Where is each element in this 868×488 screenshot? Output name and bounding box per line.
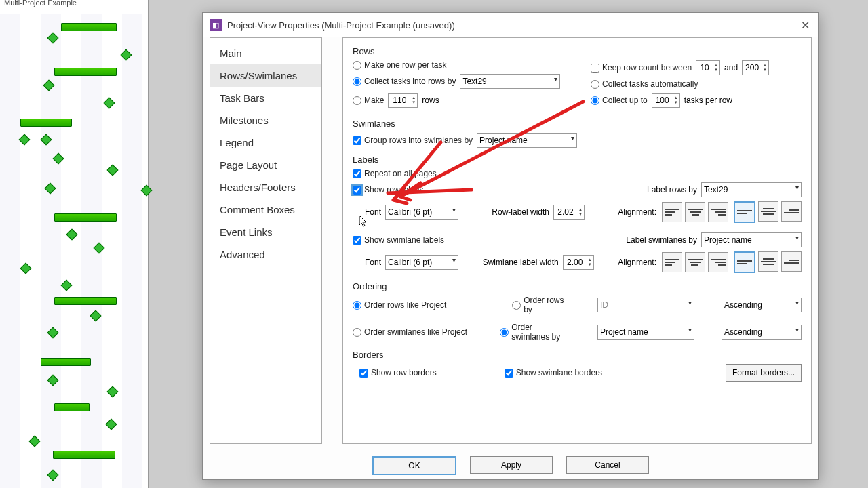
swimlane-by-combo[interactable] (477, 133, 577, 148)
keep-max-spinner[interactable]: ▲▼ (742, 60, 769, 75)
order-sw-by-combo[interactable] (597, 325, 694, 340)
titlebar: ◧ Project-View Properties (Multi-Project… (203, 13, 818, 37)
content-panel: Rows Make one row per task Collect tasks… (342, 37, 812, 444)
rows-title: Rows (353, 46, 802, 56)
borders-title: Borders (353, 350, 802, 360)
swimlanes-title: Swimlanes (353, 119, 802, 129)
apply-button[interactable]: Apply (470, 456, 553, 474)
app-icon: ◧ (210, 19, 222, 31)
radio-sw-by[interactable]: Order swimlanes by (500, 323, 570, 342)
chk-group-swimlanes[interactable]: Group rows into swimlanes by (353, 136, 473, 145)
sidebar-item-comment-boxes[interactable]: Comment Boxes (210, 199, 321, 221)
valign-mid[interactable] (758, 201, 778, 222)
sidebar-item-page-layout[interactable]: Page Layout (210, 154, 321, 176)
chk-row-borders[interactable]: Show row borders (359, 368, 437, 378)
sw-valign-mid[interactable] (758, 251, 778, 272)
label-sw-by-text: Label swimlanes by (626, 235, 697, 245)
sw-align-left[interactable] (662, 252, 682, 272)
row-font-combo[interactable] (385, 205, 458, 220)
align-center[interactable] (685, 202, 705, 222)
make-rows-spinner[interactable]: ▲▼ (388, 93, 418, 108)
bg-tab-title: Multi-Project Example (0, 0, 81, 8)
sw-valign-top[interactable] (734, 251, 755, 273)
chk-repeat-pages[interactable]: Repeat on all pages (353, 169, 437, 178)
sw-align-group-v (734, 251, 802, 273)
valign-bot[interactable] (781, 201, 802, 222)
radio-make-rows[interactable]: Make (353, 96, 384, 105)
label-sw-by-combo[interactable] (701, 232, 802, 247)
order-rows-by-combo[interactable] (597, 298, 694, 312)
radio-one-per-task[interactable]: Make one row per task (353, 60, 446, 70)
cancel-button[interactable]: Cancel (566, 456, 649, 474)
sidebar-item-milestones[interactable]: Milestones (210, 109, 321, 131)
radio-collect-upto[interactable]: Collect up to (591, 96, 648, 105)
sw-valign-bot[interactable] (781, 251, 802, 272)
sw-font-combo[interactable] (385, 255, 458, 270)
order-rows-dir-combo[interactable] (722, 298, 802, 312)
label-rows-by-text: Label rows by (647, 185, 697, 195)
row-align-group-h (662, 202, 728, 222)
dialog-title: Project-View Properties (Multi-Project E… (227, 20, 455, 30)
sidebar: Main Rows/Swimlanes Task Bars Milestones… (210, 37, 322, 444)
radio-rows-like-project[interactable]: Order rows like Project (353, 300, 485, 310)
sw-align-center[interactable] (685, 252, 705, 272)
radio-sw-like-project[interactable]: Order swimlanes like Project (353, 327, 473, 337)
collect-upto-spinner[interactable]: ▲▼ (652, 93, 680, 108)
keep-min-spinner[interactable]: ▲▼ (696, 60, 720, 75)
sidebar-item-legend[interactable]: Legend (210, 131, 321, 154)
align-left[interactable] (662, 202, 682, 222)
format-borders-button[interactable]: Format borders... (726, 364, 802, 382)
row-align-group-v (734, 201, 802, 223)
background-gantt: Multi-Project Example (0, 0, 149, 488)
ordering-title: Ordering (353, 281, 802, 291)
make-rows-suffix: rows (422, 96, 439, 105)
valign-top[interactable] (734, 201, 755, 223)
sw-align-right[interactable] (708, 252, 728, 272)
sw-align-group-h (662, 252, 728, 272)
properties-dialog: ◧ Project-View Properties (Multi-Project… (202, 12, 819, 480)
sidebar-item-advanced[interactable]: Advanced (210, 243, 321, 266)
align-right[interactable] (708, 202, 728, 222)
collect-by-combo[interactable] (460, 74, 560, 89)
chk-show-row-labels[interactable]: Show row labels (353, 185, 423, 195)
sidebar-item-rows-swimlanes[interactable]: Rows/Swimlanes (210, 64, 321, 87)
radio-collect-auto[interactable]: Collect tasks automatically (591, 79, 698, 89)
sidebar-item-headers-footers[interactable]: Headers/Footers (210, 176, 321, 199)
row-width-spinner[interactable]: ▲▼ (553, 205, 585, 220)
ok-button[interactable]: OK (372, 456, 456, 475)
gantt-area (0, 14, 148, 488)
order-sw-dir-combo[interactable] (722, 325, 802, 340)
sidebar-item-main[interactable]: Main (210, 42, 321, 64)
chk-show-swimlane-labels[interactable]: Show swimlane labels (353, 235, 444, 245)
close-button[interactable]: ✕ (798, 18, 812, 32)
chk-swimlane-borders[interactable]: Show swimlane borders (505, 368, 602, 378)
labels-title: Labels (353, 155, 802, 165)
radio-rows-by[interactable]: Order rows by (512, 296, 570, 314)
radio-collect-by[interactable]: Collect tasks into rows by (353, 77, 456, 86)
sidebar-item-event-links[interactable]: Event Links (210, 221, 321, 243)
label-rows-by-combo[interactable] (701, 182, 802, 197)
chk-keep-bounds[interactable]: Keep row count between (591, 63, 692, 73)
sidebar-item-task-bars[interactable]: Task Bars (210, 87, 321, 109)
sw-width-spinner[interactable]: ▲▼ (563, 255, 594, 270)
